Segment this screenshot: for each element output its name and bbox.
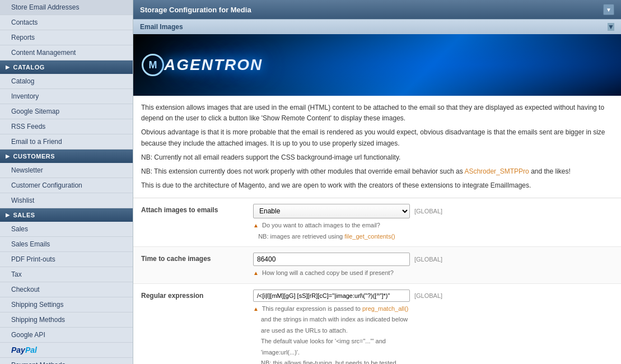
desc-para3: NB: Currently not all email readers supp… [141,152,613,163]
time-cache-input[interactable] [253,253,410,266]
sidebar-item-inventory[interactable]: Inventory [0,89,133,104]
desc-para5: This is due to the architecture of Magen… [141,180,613,191]
sidebar-item-shipping-settings[interactable]: Shipping Settings [0,297,133,312]
sidebar-item-tax[interactable]: Tax [0,267,133,282]
attach-images-control: Enable Disable [GLOBAL] ▲ Do you want to… [253,204,613,241]
sidebar-item-paypal[interactable]: PayPal [0,343,133,358]
attach-images-global: [GLOBAL] [414,208,442,214]
sidebar-item-store-email[interactable]: Store Email Addresses [0,0,133,15]
sidebar-item-checkout[interactable]: Checkout [0,282,133,297]
regex-label: Regular expression [141,290,253,300]
form-row-time-cache: Time to cache images [GLOBAL] ▲ How long… [133,247,621,284]
email-images-header: Email Images ▼ [133,19,621,34]
sidebar-item-customer-config[interactable]: Customer Configuration [0,178,133,193]
time-cache-label: Time to cache images [141,253,253,263]
time-cache-control: [GLOBAL] ▲ How long will a cached copy b… [253,253,613,278]
regex-help2: and the strings in match with index as i… [253,315,613,324]
sidebar-section-customers[interactable]: CUSTOMERS [0,150,133,163]
sidebar: Store Email Addresses Contacts Reports C… [0,0,133,364]
storage-config-header: Storage Configuration for Media ▼ [133,0,621,19]
description-area: This extension allows images that are us… [133,96,621,198]
banner-area: AGENTRON [133,34,621,96]
attach-images-help1: ▲ Do you want to attach images to the em… [253,221,613,230]
sidebar-section-catalog[interactable]: CATALOG [0,60,133,74]
sidebar-item-email-to-friend[interactable]: Email to a Friend [0,134,133,150]
smtp-pro-link[interactable]: ASchroder_SMTPPro [464,167,529,175]
warning-icon-3: ▲ [253,306,259,312]
banner-logo-text: AGENTRON [164,56,263,74]
paypal-logo: PayPal [11,346,37,354]
storage-config-collapse-btn[interactable]: ▼ [603,4,614,15]
form-row-regex: Regular expression [GLOBAL] ▲ This regul… [133,284,621,364]
warning-icon-2: ▲ [253,270,259,276]
sidebar-item-shipping-methods[interactable]: Shipping Methods [0,312,133,328]
regex-global: [GLOBAL] [414,292,442,299]
sidebar-item-sales[interactable]: Sales [0,222,133,237]
form-row-attach-images: Attach images to emails Enable Disable [… [133,198,621,247]
sidebar-item-content-management[interactable]: Content Management [0,45,133,60]
attach-images-help2: NB: images are retrieved using file_get_… [253,232,613,241]
desc-para1: This extension allows images that are us… [141,102,613,124]
config-form: Attach images to emails Enable Disable [… [133,198,621,364]
time-cache-help: ▲ How long will a cached copy be used if… [253,268,613,278]
regex-help6: NB: this allows fine-tuning, but needs t… [253,358,613,364]
sidebar-item-sales-emails[interactable]: Sales Emails [0,237,133,252]
regex-help1: ▲ This regular expression is passed to p… [253,304,613,314]
preg-match-link[interactable]: preg_match_all() [362,305,409,312]
sidebar-item-pdf-printouts[interactable]: PDF Print-outs [0,252,133,267]
sidebar-item-wishlist[interactable]: Wishlist [0,193,133,208]
sidebar-item-payment-methods[interactable]: Payment Methods [0,358,133,364]
email-images-collapse-btn[interactable]: ▼ [608,23,614,31]
regex-help5: 'image:url(...)'. [253,348,613,357]
sidebar-item-google-sitemap[interactable]: Google Sitemap [0,104,133,119]
file-get-contents-link[interactable]: file_get_contents() [344,233,395,240]
sidebar-item-catalog[interactable]: Catalog [0,74,133,89]
sidebar-section-sales[interactable]: SALES [0,208,133,222]
time-cache-global: [GLOBAL] [414,256,442,263]
regex-help4: The default value looks for '<img src=".… [253,337,613,346]
sidebar-item-google-api[interactable]: Google API [0,328,133,343]
sidebar-item-newsletter[interactable]: Newsletter [0,163,133,178]
regex-input[interactable] [253,290,410,302]
attach-images-select[interactable]: Enable Disable [253,204,410,218]
sidebar-item-rss-feeds[interactable]: RSS Feeds [0,119,133,134]
banner-logo-circle [142,54,164,76]
regex-help3: are used as the URLs to attach. [253,326,613,335]
warning-icon-1: ▲ [253,222,259,228]
attach-images-label: Attach images to emails [141,204,253,214]
regex-control: [GLOBAL] ▲ This regular expression is pa… [253,290,613,364]
sidebar-item-reports[interactable]: Reports [0,30,133,45]
main-content: Storage Configuration for Media ▼ Email … [133,0,621,364]
desc-para2: Obvious advantage is that it is more pro… [141,127,613,148]
sidebar-item-contacts[interactable]: Contacts [0,15,133,30]
desc-para4: NB: This extension currently does not wo… [141,166,613,177]
